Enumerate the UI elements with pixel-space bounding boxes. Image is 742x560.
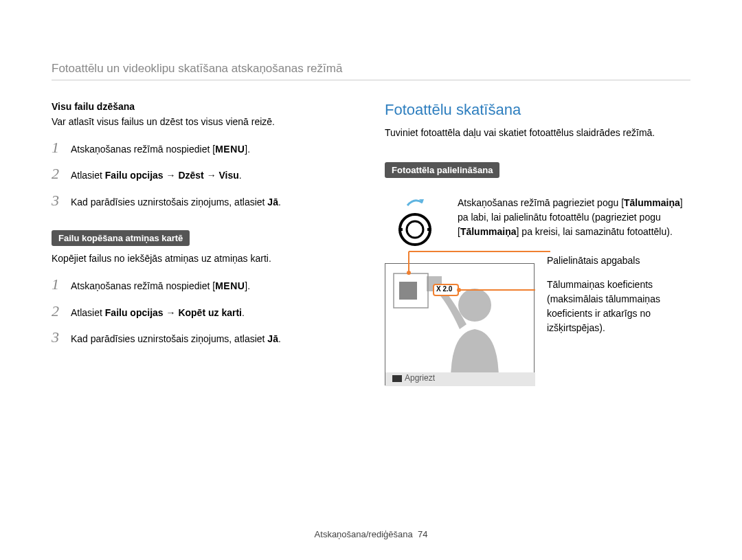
step-text-part: Atskaņošanas režīmā nospiediet [ (71, 144, 215, 155)
right-desc: Tuviniet fotoattēla daļu vai skatiet fot… (385, 126, 690, 140)
rotate-arrow-icon (406, 196, 424, 208)
step-text-part: Atlasiet (71, 307, 105, 318)
svg-point-9 (407, 271, 411, 275)
zoom-screen-illustration (385, 264, 535, 386)
section1-desc: Var atlasīt visus failus un dzēst tos vi… (52, 115, 357, 129)
step-bold: Jā (267, 333, 278, 344)
step-text-part: Kad parādīsies uznirstošais ziņojums, at… (71, 333, 267, 344)
step-number: 2 (52, 165, 64, 183)
step-text-part: . (278, 197, 281, 208)
section2-pill: Failu kopēšana atmiņas kartē (52, 230, 190, 246)
menu-label: MENU (215, 280, 245, 291)
step-number: 1 (52, 276, 64, 293)
step-text-part: Atskaņošanas režīmā nospiediet [ (71, 280, 215, 291)
step-text: Kad parādīsies uznirstošais ziņojums, at… (71, 194, 281, 210)
section2-desc: Kopējiet failus no iekšējās atmiņas uz a… (52, 251, 357, 266)
screen-bottom-label: Apgriezt (405, 373, 435, 383)
step-text-part: . (239, 170, 242, 181)
step-bold: Failu opcijas → Dzēst → Visu (105, 170, 239, 181)
zoom-knob-graphic (385, 196, 445, 251)
knob-text-part: Atskaņošanas režīmā pagrieziet pogu [ (458, 197, 624, 208)
step-number: 1 (52, 139, 64, 157)
step-text-part: Kad parādīsies uznirstošais ziņojums, at… (71, 197, 267, 208)
step-text-part: ]. (245, 280, 250, 291)
content-columns: Visu failu dzēšana Var atlasīt visus fai… (52, 101, 690, 385)
step-text-part: Atlasiet (71, 170, 105, 181)
svg-rect-7 (399, 282, 417, 300)
page-header: Fotoattēlu un videoklipu skatīšana atska… (52, 62, 690, 80)
step-text: Kad parādīsies uznirstošais ziņojums, at… (71, 331, 281, 346)
step-text-part: . (278, 333, 281, 344)
right-column: Fotoattēlu skatīšana Tuviniet fotoattēla… (385, 101, 690, 385)
knob-text-part: ] pa kreisi, lai samazinātu fotoattēlu). (517, 226, 673, 237)
svg-point-4 (458, 289, 491, 322)
step-text: Atskaņošanas režīmā nospiediet [MENU]. (71, 142, 250, 157)
svg-point-12 (457, 288, 461, 292)
page-footer: Atskaņošana/rediģēšana 74 (0, 529, 742, 539)
leader-line (406, 251, 543, 265)
right-title: Fotoattēlu skatīšana (385, 101, 690, 119)
step-text-part: . (242, 307, 245, 318)
svg-rect-3 (427, 228, 431, 231)
step-number: 3 (52, 192, 64, 210)
knob-icon (398, 211, 431, 248)
step-row: 2 Atlasiet Failu opcijas → Dzēst → Visu. (52, 165, 357, 183)
left-column: Visu failu dzēšana Var atlasīt visus fai… (52, 101, 357, 385)
svg-point-1 (407, 221, 423, 238)
screen-row: X 2.0 Apgriezt Palielinātais apgabals Tā… (385, 263, 690, 385)
callout-zoom-coeff: Tālummaiņas koeficients (maksimālais tāl… (547, 278, 690, 335)
step-number: 2 (52, 302, 64, 320)
svg-rect-2 (398, 228, 403, 231)
knob-bold: Tālummaiņa (624, 197, 680, 208)
knob-text: Atskaņošanas režīmā pagrieziet pogu [Tāl… (458, 196, 690, 251)
step-row: 1 Atskaņošanas režīmā nospiediet [MENU]. (52, 276, 357, 293)
knob-row: Atskaņošanas režīmā pagrieziet pogu [Tāl… (385, 196, 690, 251)
svg-point-0 (400, 214, 430, 245)
section1-heading: Visu failu dzēšana (52, 101, 357, 112)
step-row: 3 Kad parādīsies uznirstošais ziņojums, … (52, 192, 357, 210)
zoom-badge: X 2.0 (436, 285, 452, 293)
step-text: Atlasiet Failu opcijas → Dzēst → Visu. (71, 168, 242, 183)
right-pill: Fotoattēla palielināšana (385, 162, 499, 178)
svg-rect-14 (392, 375, 402, 382)
step-text: Atlasiet Failu opcijas → Kopēt uz karti. (71, 305, 245, 320)
footer-page: 74 (418, 529, 427, 539)
callouts: Palielinātais apgabals Tālummaiņas koefi… (547, 263, 690, 385)
step-number: 3 (52, 328, 64, 346)
step-bold: Failu opcijas → Kopēt uz karti (105, 307, 242, 318)
step-row: 2 Atlasiet Failu opcijas → Kopēt uz kart… (52, 302, 357, 320)
step-row: 1 Atskaņošanas režīmā nospiediet [MENU]. (52, 139, 357, 157)
knob-bold: Tālummaiņa (460, 226, 517, 237)
step-bold: Jā (267, 197, 278, 208)
step-text: Atskaņošanas režīmā nospiediet [MENU]. (71, 278, 250, 293)
footer-label: Atskaņošana/rediģēšana (315, 529, 413, 539)
menu-label: MENU (215, 144, 245, 155)
zoom-screen: X 2.0 Apgriezt (385, 263, 535, 385)
step-row: 3 Kad parādīsies uznirstošais ziņojums, … (52, 328, 357, 346)
step-text-part: ]. (245, 144, 250, 155)
callout-enlarged-area: Palielinātais apgabals (547, 254, 690, 268)
